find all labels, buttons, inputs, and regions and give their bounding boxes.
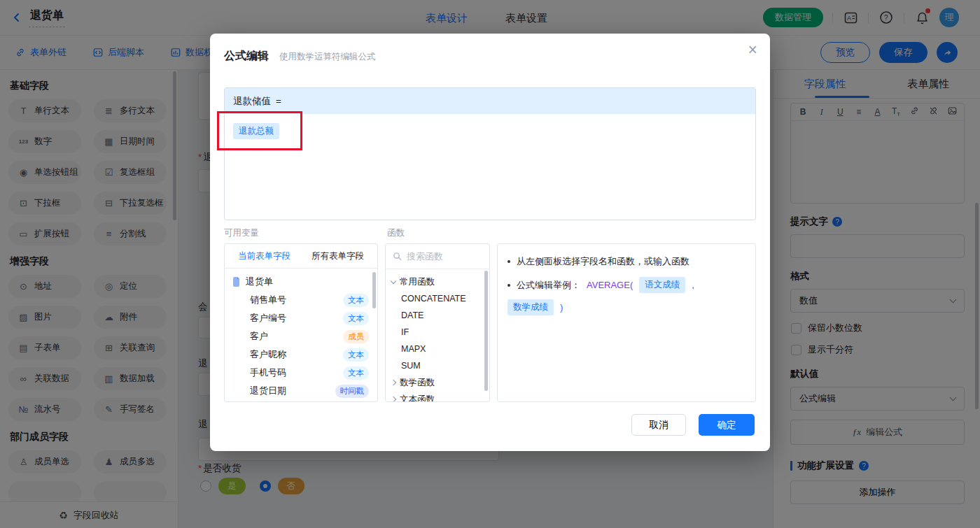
bullet-icon: [507, 284, 510, 287]
example-function-name: AVERAGE(: [587, 280, 633, 290]
tab-all-form-fields[interactable]: 所有表单字段: [312, 250, 364, 262]
variable-row[interactable]: 销售单号文本: [232, 291, 377, 309]
function-group-text[interactable]: 文本函数: [386, 391, 489, 402]
functions-panel: 搜索函数 常用函数 CONCATENATE DATE IF MAPX SUM 数…: [385, 243, 490, 402]
type-badge: 成员: [343, 330, 369, 343]
modal-title: 公式编辑: [224, 49, 269, 64]
function-item[interactable]: DATE: [386, 307, 489, 324]
formula-target-bar: 退款储值 =: [225, 88, 755, 114]
variable-row[interactable]: 退货日期时间戳: [232, 382, 377, 400]
variables-panel: 当前表单字段 所有表单字段 退货单 销售单号文本 客户编号文本 客户成员 客户昵…: [224, 243, 378, 402]
type-badge: 文本: [343, 294, 369, 307]
confirm-button[interactable]: 确定: [699, 414, 755, 436]
formula-input-area[interactable]: 退款总额: [225, 114, 755, 148]
function-item[interactable]: SUM: [386, 357, 489, 374]
variable-row[interactable]: 客户成员: [232, 327, 377, 345]
variables-label: 可用变量: [224, 227, 259, 239]
search-placeholder: 搜索函数: [407, 250, 443, 263]
type-badge: 时间戳: [335, 385, 370, 398]
chevron-right-icon: [391, 380, 396, 385]
formula-help-panel: 从左侧面板选择字段名和函数，或输入函数 公式编辑举例： AVERAGE( 语文成…: [497, 243, 756, 402]
tab-current-form-fields[interactable]: 当前表单字段: [238, 250, 290, 262]
functions-label: 函数: [387, 227, 405, 239]
chevron-down-icon: [391, 278, 396, 283]
formula-edit-modal: 公式编辑 使用数学运算符编辑公式 × 退款储值 = 退款总额 可用变量 函数 当…: [210, 34, 770, 451]
example-field-tag: 语文成绩: [639, 277, 685, 293]
variables-scrollbar[interactable]: [372, 272, 376, 308]
formula-field-tag[interactable]: 退款总额: [233, 123, 279, 139]
function-item[interactable]: IF: [386, 324, 489, 341]
formula-editor[interactable]: 退款储值 = 退款总额: [224, 87, 756, 220]
variable-row[interactable]: 客户编号文本: [232, 309, 377, 327]
functions-scrollbar[interactable]: [484, 271, 488, 391]
bullet-icon: [507, 260, 510, 263]
type-badge: 文本: [343, 348, 369, 362]
function-group-math[interactable]: 数学函数: [386, 374, 489, 391]
help-example-prefix: 公式编辑举例：: [517, 279, 580, 292]
equals-sign: =: [276, 96, 281, 106]
chevron-right-icon: [391, 397, 396, 402]
example-comma: ,: [692, 280, 694, 290]
formula-target: 退款储值: [233, 95, 271, 108]
modal-subtitle: 使用数学运算符编辑公式: [279, 51, 376, 63]
function-search[interactable]: 搜索函数: [386, 244, 489, 269]
type-badge: 文本: [343, 366, 369, 380]
variable-row[interactable]: 客户昵称文本: [232, 345, 377, 364]
search-icon: [393, 252, 402, 261]
cancel-button[interactable]: 取消: [631, 414, 686, 436]
example-close-paren: ): [560, 302, 563, 313]
function-item[interactable]: MAPX: [386, 341, 489, 357]
variables-root-node[interactable]: 退货单: [232, 273, 377, 291]
close-icon[interactable]: ×: [748, 42, 757, 58]
form-doc-icon: [232, 277, 241, 287]
function-item[interactable]: CONCATENATE: [386, 290, 489, 307]
variable-row[interactable]: 手机号码文本: [232, 364, 377, 382]
example-field-tag: 数学成绩: [507, 299, 554, 315]
help-line-1: 从左侧面板选择字段名和函数，或输入函数: [517, 255, 690, 268]
function-group-common[interactable]: 常用函数: [386, 273, 489, 290]
type-badge: 文本: [343, 312, 369, 325]
app-root: 退货单 表单设计 表单设置 数据管理 A ? 理 表单外链: [0, 0, 980, 528]
